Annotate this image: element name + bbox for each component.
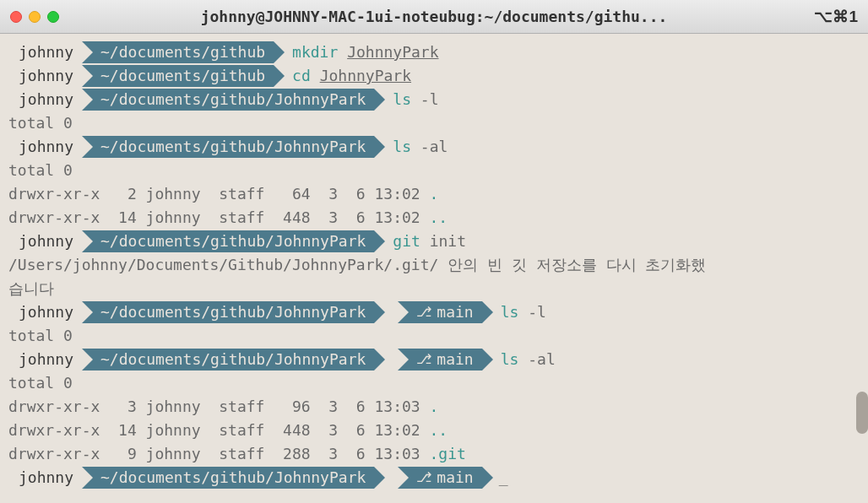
- prompt-user: johnny: [8, 136, 82, 158]
- prompt-branch: ⎇main: [398, 467, 481, 489]
- command: ls -al: [393, 135, 448, 159]
- prompt-path: ~/documents/github/JohnnyPark: [82, 467, 374, 489]
- shortcut-label: ⌥⌘1: [814, 7, 858, 26]
- command: git init: [393, 230, 466, 253]
- git-branch-icon: ⎇: [416, 306, 431, 319]
- output-line: drwxr-xr-x 3 johnny staff 96 3 6 13:03 .: [8, 395, 868, 419]
- prompt-path: ~/documents/github/JohnnyPark: [82, 230, 374, 252]
- prompt-user: johnny: [8, 65, 82, 87]
- traffic-lights: [10, 11, 59, 23]
- output-line: drwxr-xr-x 14 johnny staff 448 3 6 13:02…: [8, 419, 868, 442]
- git-branch-icon: ⎇: [416, 353, 431, 366]
- close-button[interactable]: [10, 11, 22, 23]
- prompt-line: johnny~/documents/github/JohnnyPark⎇main…: [8, 300, 868, 324]
- command: mkdir JohnnyPark: [292, 41, 438, 64]
- cursor: _: [499, 466, 508, 489]
- command: ls -l: [501, 300, 546, 324]
- prompt-line: johnny~/documents/github/JohnnyParkls -a…: [8, 135, 868, 159]
- prompt-user: johnny: [8, 467, 82, 489]
- prompt-path: ~/documents/github/JohnnyPark: [82, 136, 374, 158]
- prompt-path: ~/documents/github: [82, 65, 274, 87]
- prompt-branch: ⎇main: [398, 301, 481, 323]
- output-line: drwxr-xr-x 14 johnny staff 448 3 6 13:02…: [8, 206, 868, 230]
- prompt-path: ~/documents/github/JohnnyPark: [82, 301, 374, 323]
- git-branch-icon: ⎇: [416, 471, 431, 484]
- prompt-line: johnny~/documents/githubcd JohnnyPark: [8, 64, 868, 88]
- output-line: total 0: [8, 371, 868, 395]
- output-line: total 0: [8, 159, 868, 182]
- titlebar: johnny@JOHNNY-MAC-1ui-noteubug:~/documen…: [0, 0, 868, 34]
- output-line: total 0: [8, 111, 868, 135]
- prompt-user: johnny: [8, 41, 82, 63]
- output-line: 습니다: [8, 277, 868, 300]
- minimize-button[interactable]: [29, 11, 41, 23]
- prompt-user: johnny: [8, 89, 82, 111]
- prompt-line: johnny~/documents/github/JohnnyParkgit i…: [8, 230, 868, 253]
- prompt-path: ~/documents/github: [82, 41, 274, 63]
- output-line: drwxr-xr-x 9 johnny staff 288 3 6 13:03 …: [8, 442, 868, 466]
- window-title: johnny@JOHNNY-MAC-1ui-noteubug:~/documen…: [201, 8, 668, 25]
- prompt-line: johnny~/documents/github/JohnnyPark⎇main…: [8, 348, 868, 371]
- prompt-path: ~/documents/github/JohnnyPark: [82, 89, 374, 111]
- prompt-line: johnny~/documents/github/JohnnyParkls -l: [8, 88, 868, 111]
- output-line: /Users/johnny/Documents/Github/JohnnyPar…: [8, 253, 868, 277]
- command: ls -l: [393, 88, 438, 111]
- maximize-button[interactable]: [47, 11, 59, 23]
- prompt-path: ~/documents/github/JohnnyPark: [82, 349, 374, 370]
- prompt-user: johnny: [8, 230, 82, 252]
- scrollbar[interactable]: [856, 392, 868, 434]
- output-line: drwxr-xr-x 2 johnny staff 64 3 6 13:02 .: [8, 182, 868, 206]
- prompt-line: johnny~/documents/githubmkdir JohnnyPark: [8, 41, 868, 64]
- output-line: total 0: [8, 324, 868, 348]
- command: ls -al: [501, 348, 556, 371]
- command: cd JohnnyPark: [292, 64, 411, 88]
- terminal-body[interactable]: johnny~/documents/githubmkdir JohnnyPark…: [0, 34, 868, 489]
- prompt-user: johnny: [8, 301, 82, 323]
- prompt-line: johnny~/documents/github/JohnnyPark⎇main…: [8, 466, 868, 489]
- prompt-user: johnny: [8, 349, 82, 370]
- prompt-branch: ⎇main: [398, 349, 481, 370]
